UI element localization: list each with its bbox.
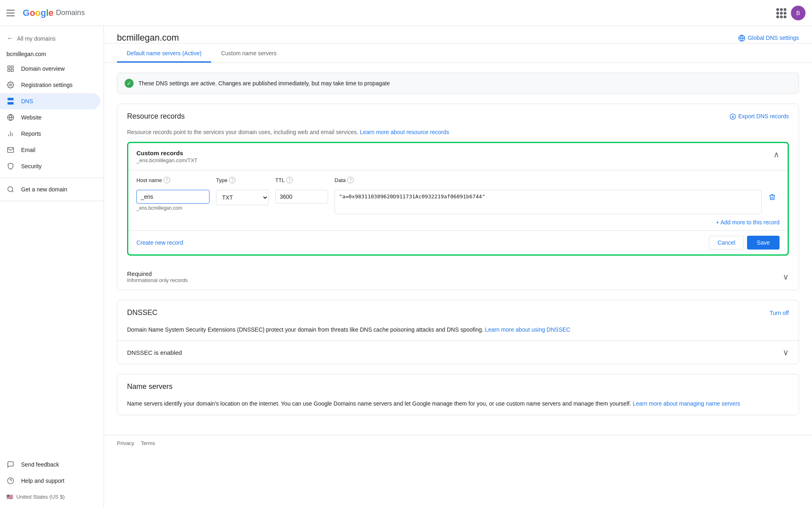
sidebar-item-dns[interactable]: DNS (0, 93, 100, 109)
turn-off-button[interactable]: Turn off (770, 310, 789, 316)
export-label: Export DNS records (739, 113, 789, 119)
sidebar-domain: bcmillegan.com (0, 48, 104, 61)
data-info-icon[interactable]: ? (347, 177, 354, 183)
sidebar-item-reports[interactable]: Reports (0, 126, 100, 142)
topbar-left: Google Domains (6, 8, 85, 18)
data-label: Data ? (335, 177, 780, 183)
search-icon (6, 185, 15, 193)
svg-line-11 (12, 191, 13, 192)
delete-record-button[interactable] (765, 190, 780, 204)
type-info-icon[interactable]: ? (229, 177, 235, 183)
sidebar-item-website[interactable]: Website (0, 109, 100, 126)
cancel-button[interactable]: Cancel (709, 236, 744, 250)
required-section[interactable]: Required Informational only records ∨ (117, 264, 799, 290)
privacy-link[interactable]: Privacy (117, 440, 134, 446)
name-servers-description: Name servers identify your domain's loca… (117, 399, 799, 415)
gear-icon (6, 81, 15, 89)
back-arrow-icon: ← (6, 34, 14, 43)
export-dns-link[interactable]: Export DNS records (730, 113, 789, 120)
avatar[interactable]: B (791, 6, 806, 20)
svg-rect-3 (11, 69, 13, 72)
dns-icon (6, 97, 15, 105)
cr-title-block: Custom records _ens.bcmillegan.com/TXT (136, 150, 197, 163)
resource-records-subtitle: Resource records point to the services y… (117, 129, 799, 142)
collapse-icon[interactable]: ∧ (773, 150, 780, 159)
sidebar-item-get-domain[interactable]: Get a new domain (0, 181, 100, 198)
sidebar-item-security[interactable]: Security (0, 158, 100, 174)
required-subtitle: Informational only records (127, 277, 188, 283)
page-footer: Privacy Terms (104, 435, 812, 451)
record-row: _ens.bcmillegan.com TXT A AAAA CNAME MX … (128, 187, 788, 217)
logo-g: Google (23, 8, 54, 18)
data-input[interactable]: "a=0x983110309620D911731Ac0932219af06091… (335, 190, 762, 214)
topbar-right: B (776, 6, 806, 20)
required-title: Required (127, 270, 188, 277)
chevron-down-icon: ∨ (783, 272, 789, 282)
save-button[interactable]: Save (747, 236, 780, 250)
sidebar-item-send-feedback[interactable]: Send feedback (0, 456, 100, 473)
name-servers-title: Name servers (127, 382, 173, 391)
dnssec-title: DNSSEC (127, 308, 158, 317)
sidebar-locale: 🇺🇸 United States (US $) (0, 489, 104, 505)
dnssec-learn-more-link[interactable]: Learn more about using DNSSEC (485, 326, 570, 333)
back-label: All my domains (17, 35, 56, 42)
page-header: bcmillegan.com Global DNS settings (104, 26, 812, 43)
dnssec-enabled-chevron-icon: ∨ (783, 347, 789, 357)
host-info-icon[interactable]: ? (164, 177, 170, 183)
sidebar-item-label: Get a new domain (21, 186, 67, 193)
add-more-link[interactable]: + Add more to this record (128, 217, 788, 230)
tab-custom-name-servers[interactable]: Custom name servers (211, 43, 286, 63)
global-dns-label: Global DNS settings (748, 35, 799, 41)
sidebar-item-help[interactable]: Help and support (0, 473, 100, 489)
global-dns-link[interactable]: Global DNS settings (738, 34, 799, 42)
logo-text: Domains (56, 9, 85, 17)
sidebar-item-domain-overview[interactable]: Domain overview (0, 61, 100, 77)
cr-subtitle: _ens.bcmillegan.com/TXT (136, 157, 197, 163)
tabs: Default name servers (Active) Custom nam… (104, 43, 812, 63)
ttl-info-icon[interactable]: ? (286, 177, 293, 183)
sidebar-bottom: Send feedback Help and support 🇺🇸 United… (0, 456, 104, 505)
shield-icon (6, 162, 15, 170)
terms-link[interactable]: Terms (141, 440, 155, 446)
custom-records-footer: Create new record Cancel Save (128, 231, 788, 254)
logo[interactable]: Google Domains (23, 8, 85, 18)
sidebar-item-label: Reports (21, 130, 41, 137)
dnssec-enabled-label: DNSSEC is enabled (127, 349, 182, 356)
notice-text: These DNS settings are active. Changes a… (138, 80, 390, 87)
sidebar-item-email[interactable]: Email (0, 142, 100, 158)
create-new-record-link[interactable]: Create new record (136, 239, 183, 246)
host-field-container: _ens.bcmillegan.com (136, 190, 209, 211)
host-sub-label: _ens.bcmillegan.com (136, 205, 209, 211)
bar-chart-icon (6, 130, 15, 138)
learn-more-link[interactable]: Learn more about resource records (360, 129, 449, 135)
apps-icon[interactable] (776, 8, 786, 18)
dnssec-card: DNSSEC Turn off Domain Name System Secur… (117, 300, 799, 364)
ttl-input[interactable] (275, 190, 328, 204)
record-fields-header: Host name ? Type ? TTL ? Data (128, 177, 788, 187)
host-name-input[interactable] (136, 190, 209, 204)
email-icon (6, 146, 15, 154)
tab-default-name-servers[interactable]: Default name servers (Active) (117, 43, 211, 63)
sidebar-item-label: Website (21, 114, 41, 121)
back-link[interactable]: ← All my domains (0, 29, 104, 48)
footer-buttons: Cancel Save (709, 236, 780, 250)
custom-records-box: Custom records _ens.bcmillegan.com/TXT ∧… (127, 142, 789, 256)
feedback-icon (6, 460, 15, 469)
dnssec-enabled-section[interactable]: DNSSEC is enabled ∨ (117, 341, 799, 364)
svg-rect-1 (11, 66, 13, 68)
notice-banner: ✓ These DNS settings are active. Changes… (117, 73, 799, 94)
sidebar-item-registration-settings[interactable]: Registration settings (0, 77, 100, 93)
resource-records-card: Resource records Export DNS records Reso… (117, 104, 799, 290)
section-header: Resource records Export DNS records (117, 104, 799, 129)
sidebar-item-label: Domain overview (21, 65, 65, 72)
sidebar-item-label: Registration settings (21, 82, 73, 88)
host-name-label: Host name ? (136, 177, 209, 183)
type-select[interactable]: TXT A AAAA CNAME MX NS SRV (216, 190, 269, 205)
flag-icon: 🇺🇸 (6, 494, 13, 500)
dnssec-header: DNSSEC Turn off (117, 300, 799, 325)
main-content: bcmillegan.com Global DNS settings Defau… (104, 26, 812, 508)
cr-title: Custom records (136, 150, 197, 156)
menu-icon[interactable] (6, 8, 16, 18)
ns-learn-more-link[interactable]: Learn more about managing name servers (633, 400, 740, 407)
help-icon (6, 477, 15, 485)
